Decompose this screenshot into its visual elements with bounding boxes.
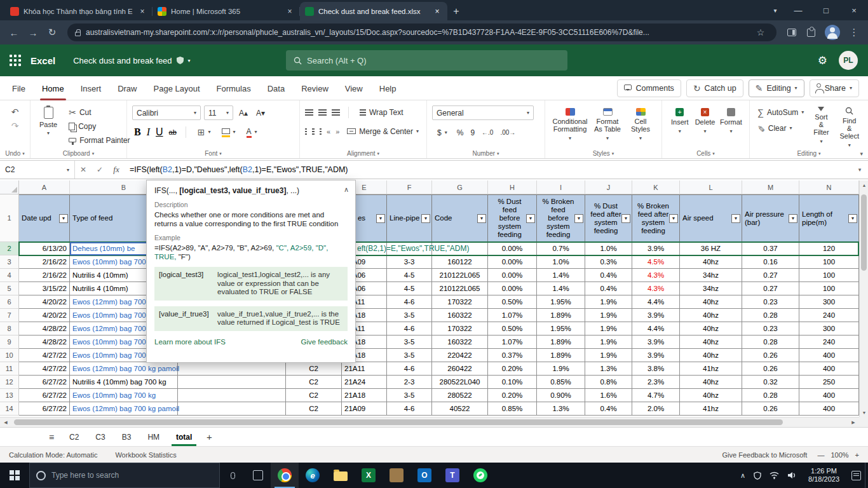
filter-icon[interactable]: ▼ [421, 214, 430, 223]
start-button[interactable] [0, 463, 29, 488]
tab-close-icon[interactable]: × [137, 6, 147, 17]
search-input[interactable]: Search (Alt + Q) [286, 50, 567, 71]
underline-button[interactable]: U [156, 126, 163, 138]
window-maximize-button[interactable]: □ [812, 0, 840, 20]
ribbon-tab-insert[interactable]: Insert [72, 76, 110, 100]
cell-N3[interactable]: 100 [799, 255, 859, 269]
cell-K2[interactable]: 3.9% [632, 242, 680, 255]
cell-H9[interactable]: 1.07% [488, 336, 537, 349]
accounting-format-button[interactable]: $▾ [435, 126, 450, 139]
row-header-9[interactable]: 9 [0, 336, 19, 349]
cell-A8[interactable]: 4/28/22 [19, 322, 70, 336]
filter-icon[interactable]: ▼ [376, 214, 385, 223]
cell-N8[interactable]: 300 [799, 322, 859, 336]
cell-H6[interactable]: 0.50% [488, 295, 537, 309]
wrap-text-button[interactable]: Wrap Text [357, 105, 406, 119]
cell-L8[interactable]: 40hz [680, 322, 742, 336]
cell-A10[interactable]: 4/27/22 [19, 349, 70, 362]
cell-F7[interactable]: 3-5 [387, 309, 432, 322]
scroll-left-icon[interactable]: ◀ [1, 418, 10, 427]
cell-A12[interactable]: 6/27/22 [19, 376, 70, 389]
ribbon-tab-data[interactable]: Data [259, 76, 293, 100]
column-header-M[interactable]: M [742, 180, 799, 194]
cell-I5[interactable]: 1.4% [537, 282, 585, 295]
sort-filter-button[interactable]: Sort & Filter▾ [809, 105, 833, 147]
cell-C13[interactable] [178, 389, 286, 402]
browser-tab[interactable]: Check dust and break feed.xlsx× [300, 2, 447, 20]
cell-I8[interactable]: 1.95% [537, 322, 585, 336]
merge-center-button[interactable]: Merge & Center▾ [344, 125, 421, 138]
filter-icon[interactable]: ▼ [477, 214, 486, 223]
ribbon-tab-page-layout[interactable]: Page Layout [146, 76, 208, 100]
taskbar-clock[interactable]: 1:26 PM8/18/2023 [808, 467, 839, 484]
cell-F12[interactable]: 2-3 [387, 376, 432, 389]
align-left-icon[interactable] [305, 128, 307, 135]
cell-J11[interactable]: 1.3% [585, 362, 632, 376]
cell-M12[interactable]: 0.32 [742, 376, 799, 389]
horizontal-scroll-thumb[interactable] [14, 419, 783, 425]
cell-M4[interactable]: 0.27 [742, 269, 799, 282]
cell-G11[interactable]: 260422 [432, 362, 488, 376]
cell-I3[interactable]: 1.0% [537, 255, 585, 269]
cell-G3[interactable]: 160122 [432, 255, 488, 269]
formula-input[interactable]: =IFS(left(B2,1)=D,"Dehues",left(B2,1)=E,… [125, 161, 851, 179]
cell-L11[interactable]: 41hz [680, 362, 742, 376]
row-header-5[interactable]: 5 [0, 282, 19, 295]
cell-A14[interactable]: 6/27/22 [19, 402, 70, 416]
reload-icon[interactable]: ↻ [43, 24, 61, 41]
cell-N9[interactable]: 240 [799, 336, 859, 349]
increase-decimal-button[interactable]: ←.0 [482, 129, 493, 136]
comma-style-button[interactable]: 9 [470, 128, 475, 137]
header-cell-M1[interactable]: Air pressure (bar)▼ [742, 194, 799, 242]
cell-N7[interactable]: 240 [799, 309, 859, 322]
sheet-tab-C2[interactable]: C2 [61, 428, 87, 446]
header-cell-N1[interactable]: Length of pipe(m)▼ [799, 194, 859, 242]
cell-K10[interactable]: 3.9% [632, 349, 680, 362]
cell-L7[interactable]: 40hz [680, 309, 742, 322]
cell-C11[interactable] [178, 362, 286, 376]
cut-button[interactable]: ✂Cut [66, 105, 132, 119]
cell-F3[interactable]: 3-3 [387, 255, 432, 269]
cell-C14[interactable] [178, 402, 286, 416]
row-header-13[interactable]: 13 [0, 389, 19, 402]
column-header-G[interactable]: G [432, 180, 488, 194]
row-header-3[interactable]: 3 [0, 255, 19, 269]
new-tab-button[interactable]: + [447, 3, 465, 20]
cell-H3[interactable]: 0.00% [488, 255, 537, 269]
cell-J9[interactable]: 1.9% [585, 336, 632, 349]
insert-cells-button[interactable]: +Insert▾ [667, 107, 693, 137]
column-header-N[interactable]: N [799, 180, 859, 194]
cell-F2[interactable] [387, 242, 432, 255]
browser-menu-icon[interactable]: ⋮ [845, 24, 863, 41]
taskbar-app-edge[interactable]: e [299, 463, 327, 488]
sheet-tab-HM[interactable]: HM [139, 428, 168, 446]
row-header-7[interactable]: 7 [0, 309, 19, 322]
cell-K7[interactable]: 3.9% [632, 309, 680, 322]
taskbar-search-input[interactable]: Type here to search [29, 463, 220, 488]
column-header-K[interactable]: K [632, 180, 680, 194]
catch-up-button[interactable]: ↻Catch up [686, 79, 743, 97]
expand-formula-bar-icon[interactable]: ▾ [851, 161, 868, 179]
header-cell-G1[interactable]: Code▼ [432, 194, 488, 242]
header-cell-K1[interactable]: % Broken feed after system feeding▼ [632, 194, 680, 242]
fill-color-button[interactable]: ▾ [219, 125, 238, 139]
cell-L13[interactable]: 40hz [680, 389, 742, 402]
cell-A6[interactable]: 4/20/22 [19, 295, 70, 309]
cell-J14[interactable]: 0.4% [585, 402, 632, 416]
editing-mode-dropdown[interactable]: ✎Editing▾ [749, 79, 804, 97]
title-chevron-icon[interactable]: ▾ [188, 58, 191, 64]
cell-styles-button[interactable]: Cell Styles▾ [625, 107, 656, 144]
increase-indent-icon[interactable]: » [336, 128, 339, 135]
find-select-button[interactable]: Find & Select▾ [836, 105, 863, 151]
font-color-button[interactable]: A▾ [244, 125, 260, 139]
show-desktop-button[interactable] [865, 463, 868, 488]
cell-N11[interactable]: 400 [799, 362, 859, 376]
strikethrough-button[interactable]: ab [169, 128, 177, 136]
feedback-link[interactable]: Give Feedback to Microsoft [722, 451, 808, 459]
cell-J5[interactable]: 0.4% [585, 282, 632, 295]
column-header-L[interactable]: L [680, 180, 742, 194]
percent-style-button[interactable]: % [457, 128, 464, 137]
filter-icon[interactable]: ▼ [621, 214, 630, 223]
header-cell-L1[interactable]: Air speed▼ [680, 194, 742, 242]
cell-A11[interactable]: 4/27/22 [19, 362, 70, 376]
